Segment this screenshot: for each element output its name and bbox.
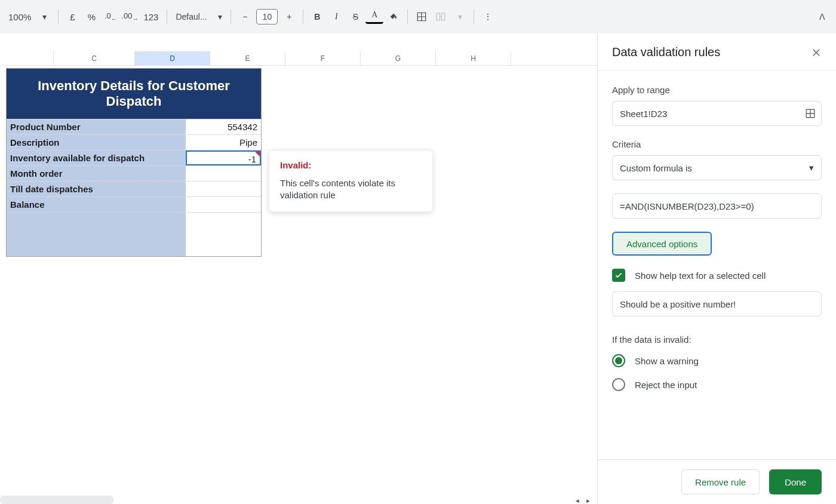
criteria-label: Criteria [612,139,822,149]
close-icon [811,47,822,58]
inventory-table: Inventory Details for Customer Dispatch … [6,68,262,257]
collapse-toolbar-button[interactable]: ᐱ [813,8,831,26]
merge-dropdown-icon[interactable]: ▾ [451,8,469,26]
merge-cells-button[interactable] [432,8,450,26]
row-label[interactable]: Till date dispatches [7,182,186,196]
paint-bucket-icon [388,11,399,22]
close-panel-button[interactable] [811,47,822,58]
number-format-button[interactable]: 123 [140,8,162,26]
invalid-marker-icon [255,152,260,156]
text-color-button[interactable]: A [365,10,383,24]
remove-rule-button[interactable]: Remove rule [681,469,760,494]
decrease-decimal-button[interactable]: .0← [102,8,119,26]
col-header-d[interactable]: D [135,51,210,65]
merge-icon [435,11,446,22]
increase-decimal-button[interactable]: .00→ [121,8,139,26]
apply-range-label: Apply to range [612,85,822,95]
row-value[interactable] [186,166,261,181]
fill-color-button[interactable] [385,8,402,26]
row-value[interactable]: Pipe [186,135,261,150]
chevron-down-icon: ▾ [218,12,222,21]
row-label[interactable]: Product Number [7,119,186,134]
validation-tooltip: Invalid: This cell's contents violate it… [269,150,433,212]
horizontal-scrollbar[interactable] [0,496,113,504]
currency-button[interactable]: £ [63,8,81,26]
row-value[interactable] [186,197,261,212]
bold-button[interactable]: B [308,8,326,26]
row-label[interactable]: Balance [7,197,186,212]
col-header-left-edge[interactable] [0,51,54,65]
row-value[interactable] [186,182,261,196]
formula-input[interactable] [612,193,822,219]
font-size-increase[interactable]: + [280,8,298,26]
font-size-decrease[interactable]: − [236,8,254,26]
borders-icon [416,11,427,22]
row-value[interactable]: 554342 [186,119,261,134]
reject-input-radio[interactable] [612,378,625,391]
row-label[interactable]: Month order [7,166,186,181]
col-header-e[interactable]: E [210,51,285,65]
row-value-empty[interactable] [186,213,261,256]
show-warning-label: Show a warning [635,356,699,366]
font-family-label: Defaul... [176,12,207,21]
help-text-input[interactable] [612,291,822,316]
row-label[interactable]: Inventory available for dispatch [7,150,186,165]
reject-input-label: Reject the input [635,380,697,390]
selected-cell[interactable]: -1 [186,150,261,165]
tooltip-body: This cell's contents violate its validat… [280,177,422,202]
more-button[interactable]: ⋮ [479,8,497,26]
row-label-empty[interactable] [7,213,186,256]
column-headers: C D E F G H [0,51,597,66]
criteria-select[interactable]: Custom formula is ▾ [612,155,822,180]
zoom-dropdown-icon[interactable]: ▾ [35,8,53,26]
col-header-c[interactable]: C [54,51,135,65]
criteria-value: Custom formula is [620,163,692,173]
show-warning-radio[interactable] [612,354,625,367]
done-button[interactable]: Done [769,469,822,494]
col-header-g[interactable]: G [361,51,436,65]
font-family-select[interactable]: Defaul... ▾ [172,8,226,26]
italic-button[interactable]: I [327,8,345,26]
zoom-level[interactable]: 100% [5,8,35,26]
inventory-title: Inventory Details for Customer Dispatch [7,69,261,119]
invalid-data-label: If the data is invalid: [612,334,822,345]
row-label[interactable]: Description [7,135,186,150]
range-picker-icon[interactable] [805,108,816,119]
borders-button[interactable] [413,8,431,26]
percent-button[interactable]: % [82,8,100,26]
panel-title: Data validation rules [612,45,720,59]
tooltip-title: Invalid: [280,160,422,170]
sheet-tab-arrows[interactable]: ◄ ► [574,497,591,504]
check-icon [614,271,623,279]
col-header-f[interactable]: F [285,51,361,65]
advanced-options-button[interactable]: Advanced options [612,232,712,256]
chevron-down-icon: ▾ [809,162,814,173]
font-size-input[interactable] [256,9,278,24]
help-text-checkbox[interactable] [612,269,625,282]
apply-range-input[interactable] [612,101,822,126]
col-header-h[interactable]: H [436,51,511,65]
help-text-checkbox-label: Show help text for a selected cell [635,271,766,281]
strikethrough-button[interactable]: S [346,8,364,26]
spreadsheet-area[interactable]: C D E F G H Inventory Details for Custom… [0,33,597,504]
toolbar: 100% ▾ £ % .0← .00→ 123 Defaul... ▾ − + … [0,0,836,33]
data-validation-panel: Data validation rules Apply to range Cri… [597,33,836,504]
